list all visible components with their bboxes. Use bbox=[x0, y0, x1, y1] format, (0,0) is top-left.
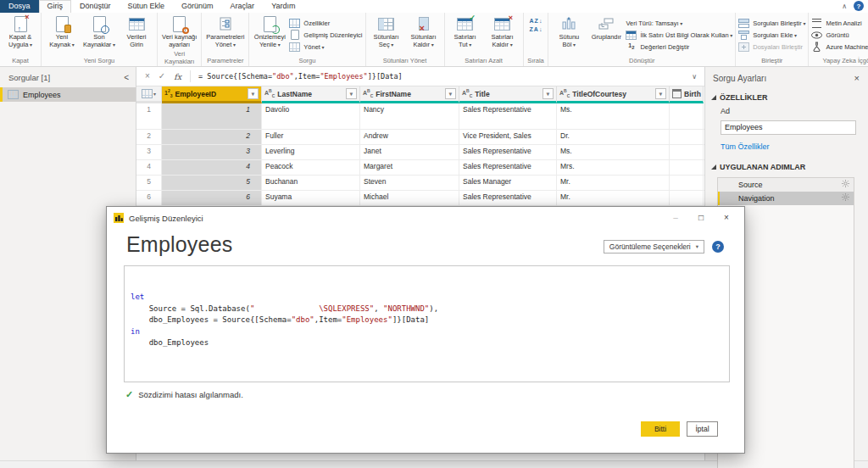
text-analytics-button[interactable]: Metin Analizi bbox=[811, 18, 868, 28]
table-cell[interactable]: Vice President, Sales bbox=[459, 130, 557, 144]
row-number[interactable]: 1 bbox=[136, 103, 162, 129]
new-source-button[interactable]: Yeni Kaynak bbox=[44, 14, 80, 50]
tab-yardim[interactable]: Yardım bbox=[263, 0, 303, 13]
sort-ascending-button[interactable]: AZ↓ bbox=[530, 18, 542, 24]
table-cell[interactable]: Mrs. bbox=[557, 160, 670, 175]
remove-rows-button[interactable]: × Satırları Kaldır bbox=[485, 14, 520, 50]
table-cell[interactable]: Sales Representative bbox=[459, 160, 557, 175]
append-queries-button[interactable]: Sorguları Ekle bbox=[738, 30, 805, 40]
table-cell[interactable]: 3 bbox=[162, 145, 262, 159]
collapse-ribbon-icon[interactable]: ∧ bbox=[842, 3, 847, 10]
minimize-icon[interactable]: – bbox=[663, 209, 688, 227]
dialog-help-icon[interactable]: ? bbox=[712, 241, 724, 253]
cancel-button[interactable]: İptal bbox=[687, 421, 718, 437]
column-header[interactable]: 123EmployeeID▾ bbox=[162, 86, 262, 103]
table-cell[interactable] bbox=[670, 160, 704, 175]
column-header[interactable]: ABCLastName▾ bbox=[262, 86, 360, 103]
azure-ml-button[interactable]: Azure Machine Learning bbox=[811, 42, 868, 52]
query-list-item[interactable]: Employees bbox=[0, 87, 136, 102]
replace-values-button[interactable]: 12 Değerleri Değiştir bbox=[626, 42, 732, 52]
table-cell[interactable]: Sales Manager bbox=[459, 176, 557, 190]
manage-query-button[interactable]: Yönet bbox=[289, 42, 362, 52]
help-icon[interactable]: ? bbox=[854, 1, 864, 11]
column-header[interactable]: ABCTitleOfCourtesy▾ bbox=[557, 86, 670, 103]
data-source-settings-button[interactable]: Veri kaynağı ayarları bbox=[160, 14, 198, 50]
advanced-editor-button[interactable]: Gelişmiş Düzenleyici bbox=[289, 30, 362, 40]
column-header[interactable]: Birth bbox=[670, 86, 704, 103]
column-filter-button[interactable]: ▾ bbox=[542, 88, 554, 99]
table-cell[interactable]: Suyama bbox=[262, 191, 360, 205]
row-number[interactable]: 6 bbox=[136, 191, 162, 205]
table-cell[interactable]: 2 bbox=[162, 130, 262, 144]
split-column-button[interactable]: Sütunu Böl bbox=[551, 14, 587, 50]
tab-giris[interactable]: Giriş bbox=[39, 0, 72, 13]
table-cell[interactable]: Mr. bbox=[557, 191, 670, 205]
choose-columns-button[interactable]: Sütunları Seç bbox=[369, 14, 404, 50]
tab-dosya[interactable]: Dosya bbox=[0, 0, 39, 13]
table-cell[interactable] bbox=[670, 176, 704, 190]
table-cell[interactable]: Margaret bbox=[360, 160, 459, 175]
refresh-preview-button[interactable]: Önizlemeyi Yenile bbox=[252, 14, 287, 50]
formula-input[interactable]: = Source{[Schema="dbo",Item="Employees"]… bbox=[191, 72, 403, 81]
manage-parameters-button[interactable]: Parametreleri Yönet bbox=[204, 14, 246, 50]
table-cell[interactable]: Steven bbox=[360, 176, 459, 190]
step-settings-gear-icon[interactable] bbox=[842, 193, 849, 203]
table-cell[interactable]: Sales Representative bbox=[459, 145, 557, 159]
all-properties-link[interactable]: Tüm Özellikler bbox=[721, 142, 868, 151]
close-and-apply-button[interactable]: ×↑ Kapat & Uygula bbox=[3, 14, 38, 50]
column-header[interactable]: ABCTitle▾ bbox=[459, 86, 557, 103]
query-name-input[interactable] bbox=[721, 120, 856, 135]
table-cell[interactable]: Peacock bbox=[262, 160, 360, 175]
collapse-queries-pane-icon[interactable]: < bbox=[124, 73, 129, 82]
tab-sutun-ekle[interactable]: Sütun Ekle bbox=[120, 0, 174, 13]
table-cell[interactable]: Ms. bbox=[557, 145, 670, 159]
table-cell[interactable]: Davolio bbox=[262, 103, 360, 129]
applied-steps-section-header[interactable]: UYGULANAN ADIMLAR bbox=[705, 158, 868, 171]
table-cell[interactable]: 5 bbox=[162, 176, 262, 190]
table-cell[interactable]: 4 bbox=[162, 160, 262, 175]
properties-button[interactable]: Özellikler bbox=[289, 18, 362, 28]
table-cell[interactable]: Sales Representative bbox=[459, 103, 557, 129]
table-cell[interactable]: Mr. bbox=[557, 176, 670, 190]
table-cell[interactable]: Buchanan bbox=[262, 176, 360, 190]
table-cell[interactable]: Andrew bbox=[360, 130, 459, 144]
step-settings-gear-icon[interactable] bbox=[842, 180, 849, 189]
tab-gorunum[interactable]: Görünüm bbox=[173, 0, 222, 13]
table-cell[interactable] bbox=[670, 191, 704, 205]
row-number[interactable]: 4 bbox=[136, 160, 162, 175]
table-cell[interactable] bbox=[670, 130, 704, 144]
table-cell[interactable]: Nancy bbox=[360, 103, 459, 129]
column-filter-button[interactable]: ▾ bbox=[346, 88, 357, 99]
table-select-icon[interactable]: ▾ bbox=[136, 86, 162, 103]
enter-data-button[interactable]: Verileri Girin bbox=[119, 14, 154, 50]
table-cell[interactable]: Sales Representative bbox=[459, 191, 557, 205]
row-number[interactable]: 5 bbox=[136, 176, 162, 190]
group-by-button[interactable]: Gruplandır bbox=[588, 14, 624, 42]
table-cell[interactable]: Fuller bbox=[262, 130, 360, 144]
formula-expand-icon[interactable]: ∨ bbox=[692, 73, 704, 81]
display-options-dropdown[interactable]: Görüntüleme Seçenekleri▾ bbox=[604, 240, 704, 254]
row-number[interactable]: 2 bbox=[136, 130, 162, 144]
table-cell[interactable] bbox=[670, 145, 704, 159]
applied-step-item[interactable]: Source bbox=[718, 178, 854, 192]
table-cell[interactable]: Leverling bbox=[262, 145, 360, 159]
column-filter-button[interactable]: ▾ bbox=[445, 88, 456, 99]
tab-araclar[interactable]: Araçlar bbox=[222, 0, 264, 13]
table-cell[interactable]: Ms. bbox=[557, 103, 670, 129]
m-code-editor[interactable]: let Source = Sql.Database(" \SQLEXPRESS"… bbox=[124, 265, 730, 382]
table-cell[interactable]: Janet bbox=[360, 145, 459, 159]
formula-cancel-icon[interactable]: × bbox=[145, 72, 150, 81]
table-cell[interactable]: Dr. bbox=[557, 130, 670, 144]
column-header[interactable]: ABCFirstName▾ bbox=[360, 86, 459, 103]
keep-rows-button[interactable]: ✓ Satırları Tut bbox=[448, 14, 483, 50]
properties-section-header[interactable]: ÖZELLİKLER bbox=[705, 88, 868, 102]
use-first-row-as-headers-button[interactable]: İlk Satırı Üst Bilgi Olarak Kullan bbox=[626, 30, 732, 40]
table-cell[interactable]: 6 bbox=[162, 191, 262, 205]
combine-files-button[interactable]: Dosyaları Birleştir bbox=[738, 42, 805, 52]
table-cell[interactable]: 1 bbox=[162, 103, 262, 129]
merge-queries-button[interactable]: Sorguları Birleştir bbox=[738, 18, 805, 28]
recent-sources-button[interactable]: Son Kaynaklar bbox=[81, 14, 117, 50]
formula-check-icon[interactable]: ✓ bbox=[159, 72, 165, 81]
remove-columns-button[interactable]: × Sütunları Kaldır bbox=[406, 14, 442, 50]
close-icon[interactable]: × bbox=[714, 209, 739, 227]
